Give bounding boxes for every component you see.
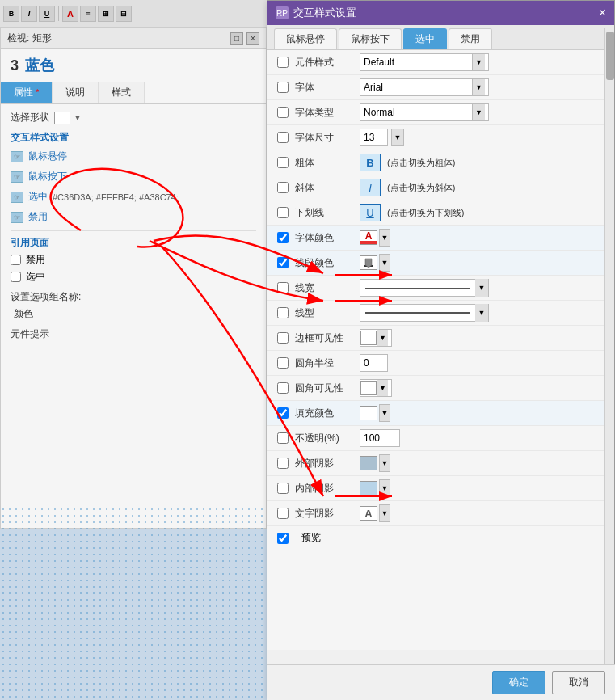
font-family-arrow[interactable]: ▼ (472, 79, 485, 95)
corner-visible-dropdown[interactable]: ▼ (360, 379, 392, 397)
outer-shadow-picker[interactable]: ▼ (360, 454, 390, 472)
selected-icon: ☞ (11, 192, 23, 203)
inner-shadow-arrow[interactable]: ▼ (379, 479, 390, 497)
detach-btn[interactable]: □ (230, 32, 243, 45)
fill-color-picker[interactable]: ▼ (360, 404, 390, 422)
line-width-checkbox[interactable] (277, 282, 289, 293)
opacity-label: 不透明(%) (295, 432, 360, 445)
italic-toolbar-btn[interactable]: I (21, 6, 37, 22)
disabled-icon: ☞ (11, 212, 23, 223)
corner-visible-arrow[interactable]: ▼ (377, 380, 388, 396)
hover-link[interactable]: 鼠标悬停 (28, 150, 67, 163)
preview-checkbox[interactable] (277, 533, 289, 544)
font-family-checkbox[interactable] (277, 82, 289, 93)
font-type-row: 字体类型 Normal ▼ (267, 100, 614, 125)
opacity-checkbox[interactable] (277, 432, 289, 444)
ref-selected-label: 选中 (26, 270, 45, 284)
font-family-dropdown[interactable]: Arial ▼ (360, 78, 489, 96)
scrollbar-thumb[interactable] (606, 32, 614, 80)
line-color-arrow[interactable]: ▼ (379, 254, 390, 272)
border-visible-checkbox[interactable] (277, 332, 289, 344)
line-width-arrow[interactable]: ▼ (475, 279, 488, 297)
selected-link[interactable]: 选中 (28, 190, 48, 204)
outer-shadow-arrow[interactable]: ▼ (379, 454, 390, 472)
dialog-tab-hover[interactable]: 鼠标悬停 (274, 28, 337, 49)
inner-shadow-checkbox[interactable] (277, 483, 289, 494)
line-width-selector[interactable]: ▼ (360, 279, 489, 297)
corner-visible-checkbox[interactable] (277, 382, 289, 394)
corner-radius-input[interactable] (360, 354, 388, 372)
confirm-button[interactable]: 确定 (492, 671, 545, 694)
element-style-checkbox[interactable] (277, 57, 289, 68)
border-visible-dropdown[interactable]: ▼ (360, 329, 392, 347)
dialog-scrollbar[interactable] (604, 28, 614, 664)
inner-shadow-picker[interactable]: ▼ (360, 479, 390, 497)
align-toolbar-btn[interactable]: ≡ (80, 6, 96, 22)
corner-radius-checkbox[interactable] (277, 357, 289, 369)
text-shadow-checkbox[interactable] (277, 508, 289, 519)
dialog-tab-mousedown[interactable]: 鼠标按下 (339, 28, 402, 49)
italic-checkbox[interactable] (277, 182, 289, 193)
dialog-title-left: RP 交互样式设置 (276, 6, 356, 20)
font-size-checkbox[interactable] (277, 132, 289, 143)
line-style-checkbox[interactable] (277, 307, 289, 318)
line-style-selector[interactable]: ▼ (360, 304, 489, 322)
border-visible-arrow[interactable]: ▼ (377, 330, 388, 346)
underline-button[interactable]: U (360, 204, 381, 221)
underline-toolbar-btn[interactable]: U (39, 6, 55, 22)
font-size-input[interactable] (360, 129, 388, 146)
font-color-arrow[interactable]: ▼ (379, 229, 390, 247)
fill-color-checkbox[interactable] (277, 407, 289, 419)
ref-selected-checkbox[interactable] (11, 272, 21, 282)
font-color-picker[interactable]: A ▼ (360, 229, 390, 247)
disabled-link[interactable]: 禁用 (28, 210, 48, 224)
preview-row: 预览 (267, 526, 614, 550)
pencil-icon (363, 257, 374, 268)
font-type-label: 字体类型 (295, 106, 360, 120)
align3-toolbar-btn[interactable]: ⊟ (116, 6, 132, 22)
tab-properties[interactable]: 属性 * (1, 82, 53, 103)
font-type-arrow[interactable]: ▼ (472, 104, 485, 120)
bold-checkbox[interactable] (277, 157, 289, 168)
dialog-tabs: 鼠标悬停 鼠标按下 选中 禁用 (267, 25, 614, 50)
mousedown-link[interactable]: 鼠标按下 (28, 170, 67, 183)
text-shadow-arrow[interactable]: ▼ (379, 504, 390, 522)
text-shadow-label: 文字阴影 (295, 507, 360, 521)
outer-shadow-swatch (360, 456, 377, 470)
dialog-close-button[interactable]: × (599, 6, 606, 19)
italic-button[interactable]: I (360, 179, 381, 196)
outer-shadow-checkbox[interactable] (277, 458, 289, 469)
shape-select-control[interactable]: ▼ (54, 112, 82, 124)
font-type-checkbox[interactable] (277, 107, 289, 118)
font-type-dropdown[interactable]: Normal ▼ (360, 103, 489, 121)
bold-toolbar-btn[interactable]: B (3, 6, 19, 22)
line-style-arrow[interactable]: ▼ (475, 304, 488, 322)
set-group-label: 设置选项组名称: (11, 290, 256, 304)
dialog-tab-selected[interactable]: 选中 (403, 28, 447, 49)
element-style-dropdown[interactable]: Default ▼ (360, 53, 489, 71)
font-family-control: Arial ▼ (360, 78, 604, 96)
dialog-footer: 确定 取消 (267, 664, 615, 700)
cancel-button[interactable]: 取消 (552, 671, 605, 694)
tab-notes[interactable]: 说明 (53, 82, 99, 103)
align2-toolbar-btn[interactable]: ⊞ (98, 6, 114, 22)
font-color-control: A ▼ (360, 229, 604, 247)
font-color-toolbar-btn[interactable]: A (62, 6, 78, 22)
font-color-checkbox[interactable] (277, 232, 289, 243)
ref-disabled-checkbox[interactable] (11, 255, 21, 265)
font-color-label: 字体颜色 (295, 231, 360, 245)
line-color-checkbox[interactable] (277, 257, 289, 268)
tab-style[interactable]: 样式 (99, 82, 145, 103)
underline-checkbox[interactable] (277, 207, 289, 218)
set-group-section: 设置选项组名称: 颜色 (11, 290, 256, 323)
bold-button[interactable]: B (360, 154, 381, 171)
hover-icon: ☞ (11, 151, 23, 162)
element-style-arrow[interactable]: ▼ (472, 54, 485, 70)
opacity-input[interactable] (360, 429, 400, 447)
dialog-tab-disabled[interactable]: 禁用 (449, 28, 492, 49)
line-color-picker[interactable]: ▼ (360, 254, 390, 272)
text-shadow-picker[interactable]: A ▼ (360, 504, 390, 522)
close-btn[interactable]: × (246, 32, 259, 45)
fill-color-arrow[interactable]: ▼ (379, 404, 390, 422)
font-size-arrow[interactable]: ▼ (391, 129, 404, 146)
